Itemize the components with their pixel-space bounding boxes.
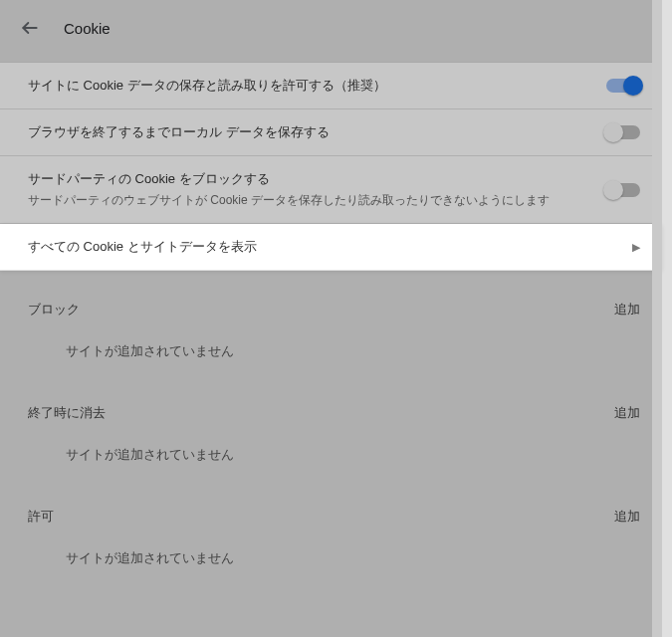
keep-until-quit-toggle[interactable] — [606, 125, 640, 139]
allow-empty-message: サイトが追加されていません — [28, 535, 640, 581]
see-all-cookies-row[interactable]: すべての Cookie とサイトデータを表示 ▶ — [0, 224, 662, 271]
block-empty-message: サイトが追加されていません — [28, 328, 640, 374]
page-header: Cookie — [0, 0, 662, 56]
clear-on-exit-section: 終了時に消去 追加 サイトが追加されていません — [0, 374, 662, 478]
clear-on-exit-empty-message: サイトが追加されていません — [28, 432, 640, 478]
page-title: Cookie — [64, 20, 111, 37]
allow-section-title: 許可 — [28, 508, 54, 526]
see-all-cookies-label: すべての Cookie とサイトデータを表示 — [28, 238, 257, 256]
allow-section: 許可 追加 サイトが追加されていません — [0, 478, 662, 581]
allow-add-button[interactable]: 追加 — [614, 508, 640, 526]
keep-until-quit-row: ブラウザを終了するまでローカル データを保存する — [0, 109, 662, 156]
allow-cookies-row: サイトに Cookie データの保存と読み取りを許可する（推奨） — [0, 63, 662, 109]
block-third-party-sublabel: サードパーティのウェブサイトが Cookie データを保存したり読み取ったりでき… — [28, 192, 550, 209]
scrollbar-gutter — [652, 0, 662, 637]
clear-on-exit-section-title: 終了時に消去 — [28, 404, 106, 422]
back-arrow-icon[interactable] — [20, 18, 40, 38]
chevron-right-icon: ▶ — [632, 241, 640, 254]
block-section-title: ブロック — [28, 301, 80, 318]
block-section: ブロック 追加 サイトが追加されていません — [0, 271, 662, 374]
settings-list: サイトに Cookie データの保存と読み取りを許可する（推奨） ブラウザを終了… — [0, 62, 662, 271]
block-third-party-row: サードパーティの Cookie をブロックする サードパーティのウェブサイトが … — [0, 156, 662, 224]
block-third-party-toggle[interactable] — [606, 183, 640, 197]
clear-on-exit-add-button[interactable]: 追加 — [614, 404, 640, 422]
block-third-party-label: サードパーティの Cookie をブロックする — [28, 170, 550, 188]
allow-cookies-toggle[interactable] — [606, 79, 640, 93]
keep-until-quit-label: ブラウザを終了するまでローカル データを保存する — [28, 123, 330, 141]
block-add-button[interactable]: 追加 — [614, 301, 640, 318]
allow-cookies-label: サイトに Cookie データの保存と読み取りを許可する（推奨） — [28, 77, 386, 95]
cookie-settings-page: Cookie サイトに Cookie データの保存と読み取りを許可する（推奨） … — [0, 0, 662, 637]
